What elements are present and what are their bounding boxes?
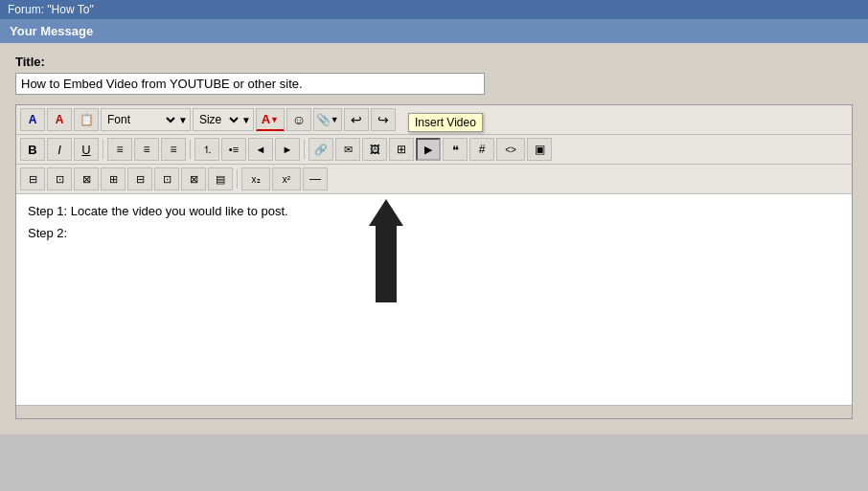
separator-1 — [103, 140, 103, 159]
toolbar-row-2: B I U ≡ ≡ ≡ ⒈ — [16, 135, 852, 165]
quote-icon: ❝ — [452, 143, 459, 157]
subscript-button[interactable]: x₂ — [241, 167, 270, 190]
row3-btn-7[interactable]: ⊠ — [181, 167, 206, 190]
smiley-button[interactable]: ☺ — [286, 108, 311, 131]
table-icon: ⊞ — [397, 143, 406, 156]
media-icon: ▣ — [535, 143, 545, 156]
unordered-list-button[interactable]: •≡ — [221, 138, 246, 161]
ordered-list-icon: ⒈ — [202, 143, 213, 157]
row3-icon-4: ⊞ — [109, 173, 118, 186]
image-icon: 🖼 — [370, 144, 380, 155]
toolbar-row-3: ⊟ ⊡ ⊠ ⊞ ⊟ ⊡ ⊠ ▤ x — [16, 165, 852, 194]
editor-line-2: Step 2: — [28, 226, 840, 240]
underline-button[interactable]: U — [74, 138, 99, 161]
row3-icon-6: ⊡ — [163, 173, 171, 186]
arrow-shaft — [376, 226, 397, 302]
redo-icon: ↪ — [377, 112, 389, 127]
align-left-icon: ≡ — [116, 143, 123, 156]
smiley-icon: ☺ — [292, 112, 306, 127]
code-block-button[interactable]: <> — [496, 138, 525, 161]
forum-bar-text: Forum: "How To" — [8, 3, 94, 16]
bold-icon: B — [28, 143, 36, 157]
format2-button[interactable]: A — [47, 108, 72, 131]
subscript-icon: x₂ — [252, 174, 261, 185]
insert-video-button[interactable]: ▶ — [416, 138, 441, 161]
insert-video-wrapper: ▶ Insert Video — [416, 138, 441, 161]
align-left-button[interactable]: ≡ — [107, 138, 132, 161]
hr-button[interactable]: — — [303, 167, 328, 190]
row3-icon-3: ⊠ — [82, 173, 91, 186]
editor-line-1: Step 1: Locate the video you would like … — [28, 204, 840, 218]
size-selector-container: Size 8 10 12 14 18 ▼ — [193, 108, 254, 131]
redo-button[interactable]: ↪ — [371, 108, 396, 131]
indent-button[interactable]: ► — [275, 138, 300, 161]
title-label: Title: — [15, 55, 853, 69]
editor-content[interactable]: Step 1: Locate the video you would like … — [16, 194, 852, 405]
indent-icon: ► — [283, 144, 293, 155]
align-center-icon: ≡ — [143, 143, 149, 156]
row3-btn-3[interactable]: ⊠ — [74, 167, 99, 190]
bold-button[interactable]: B — [20, 138, 45, 161]
unordered-list-icon: •≡ — [229, 144, 239, 155]
hash-icon: # — [479, 143, 486, 156]
superscript-button[interactable]: x² — [272, 167, 301, 190]
email-icon: ✉ — [344, 144, 353, 156]
row3-btn-6[interactable]: ⊡ — [154, 167, 179, 190]
arrow-head — [369, 199, 403, 226]
tooltip-text: Insert Video — [415, 116, 476, 129]
outdent-icon: ◄ — [256, 144, 266, 155]
hr-icon: — — [309, 172, 321, 186]
row3-icon-7: ⊠ — [190, 173, 198, 186]
undo-icon: ↩ — [351, 112, 362, 127]
align-right-icon: ≡ — [170, 143, 176, 156]
row3-icon-5: ⊟ — [136, 173, 145, 186]
attach-dropdown-arrow: ▼ — [331, 115, 339, 124]
image-button[interactable]: 🖼 — [362, 138, 387, 161]
quote-button[interactable]: ❝ — [443, 138, 468, 161]
insert-video-icon: ▶ — [424, 144, 432, 156]
forum-bar: Forum: "How To" — [0, 0, 868, 19]
link-button[interactable]: 🔗 — [308, 138, 333, 161]
paste-icon: 📋 — [80, 113, 94, 126]
align-right-button[interactable]: ≡ — [161, 138, 186, 161]
row3-btn-2[interactable]: ⊡ — [47, 167, 72, 190]
format2-icon: A — [56, 113, 64, 126]
size-select[interactable]: Size 8 10 12 14 18 — [194, 109, 241, 130]
align-center-button[interactable]: ≡ — [134, 138, 159, 161]
code-block-icon: <> — [505, 145, 516, 155]
italic-icon: I — [57, 143, 61, 157]
title-input[interactable] — [15, 73, 485, 95]
paste-button[interactable]: 📋 — [74, 108, 99, 131]
arrow-annotation — [369, 199, 403, 302]
your-message-header: Your Message — [0, 19, 868, 43]
row3-icon-8: ▤ — [216, 173, 225, 186]
size-dropdown-arrow: ▼ — [241, 115, 253, 125]
row3-btn-1[interactable]: ⊟ — [20, 167, 45, 190]
table-button[interactable]: ⊞ — [389, 138, 414, 161]
row3-btn-5[interactable]: ⊟ — [127, 167, 152, 190]
row3-btn-4[interactable]: ⊞ — [101, 167, 126, 190]
outdent-button[interactable]: ◄ — [248, 138, 273, 161]
row3-icon-2: ⊡ — [56, 173, 64, 186]
separator-4 — [237, 169, 238, 189]
font-color-button[interactable]: A▼ — [256, 108, 285, 131]
editor-statusbar — [16, 405, 852, 418]
format1-button[interactable]: A — [20, 108, 45, 131]
insert-video-tooltip: Insert Video — [408, 113, 483, 132]
separator-2 — [190, 140, 191, 159]
undo-button[interactable]: ↩ — [344, 108, 369, 131]
attach-button[interactable]: 📎▼ — [313, 108, 342, 131]
header-title: Your Message — [10, 24, 93, 38]
attach-icon: 📎 — [316, 113, 331, 126]
email-button[interactable]: ✉ — [335, 138, 360, 161]
color-dropdown-arrow: ▼ — [270, 115, 279, 124]
media-button[interactable]: ▣ — [527, 138, 552, 161]
form-area: Title: A A 📋 Font Arial Times New Roman — [0, 43, 868, 435]
font-select[interactable]: Font Arial Times New Roman Courier — [102, 109, 178, 130]
row3-btn-8[interactable]: ▤ — [208, 167, 233, 190]
code-hash-button[interactable]: # — [469, 138, 494, 161]
italic-button[interactable]: I — [47, 138, 72, 161]
ordered-list-button[interactable]: ⒈ — [194, 138, 219, 161]
format1-icon: A — [29, 113, 37, 126]
editor-container: A A 📋 Font Arial Times New Roman Courier… — [15, 104, 853, 419]
